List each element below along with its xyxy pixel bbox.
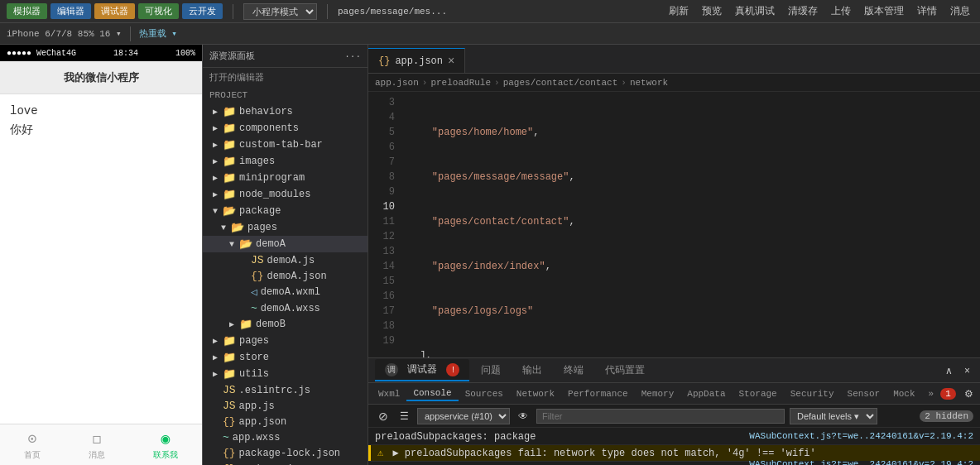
second-toolbar: iPhone 6/7/8 85% 16 ▾ 热重载 ▾ — [0, 23, 980, 45]
code-line-3: "pages/home/home", — [408, 125, 980, 140]
console-clear-btn[interactable]: ⊘ — [375, 408, 392, 424]
arrow-package: ▼ — [213, 207, 221, 216]
tree-item-appwxss[interactable]: ▶ ~ app.wxss — [203, 429, 368, 445]
arrow-utils: ▶ — [213, 369, 221, 379]
tree-item-utils[interactable]: ▶ 📁 utils — [203, 366, 368, 382]
tab-performance[interactable]: Performance — [561, 387, 635, 400]
tree-item-components[interactable]: ▶ 📁 components — [203, 120, 368, 137]
tree-label-eslintrc: .eslintrc.js — [239, 385, 310, 396]
tree-item-pages-sub[interactable]: ▼ 📂 pages — [203, 219, 368, 236]
tree-label-pages-root: pages — [239, 335, 269, 347]
tree-item-pkgjson[interactable]: ▶ {} package.json — [203, 461, 368, 465]
tree-item-demoB[interactable]: ▶ 📁 demoB — [203, 316, 368, 333]
console-warn-link-0[interactable]: WASubContext.js?t=we..24240161&v=2.19.4:… — [749, 459, 973, 465]
appservice-select[interactable]: appservice (#10) — [417, 408, 510, 424]
log-level-select[interactable]: Default levels ▾ — [790, 408, 877, 424]
console-filter-input[interactable] — [536, 409, 785, 424]
tab-memory[interactable]: Memory — [635, 387, 681, 400]
debugger-btn[interactable]: 调试器 — [94, 3, 135, 19]
devtools-tab-code[interactable]: 代码置置 — [595, 360, 655, 381]
tab-appjson[interactable]: {} app.json × — [368, 48, 465, 73]
tree-item-eslintrc[interactable]: ▶ JS .eslintrc.js — [203, 382, 368, 398]
tree-item-behaviors[interactable]: ▶ 📁 behaviors — [203, 103, 368, 120]
tab-label-appjson: app.json — [395, 55, 443, 67]
visual-btn[interactable]: 可视化 — [138, 3, 179, 19]
version-btn[interactable]: 版本管理 — [861, 2, 907, 20]
tree-item-pages-root[interactable]: ▶ 📁 pages — [203, 333, 368, 349]
file-tree-more[interactable]: ··· — [344, 51, 361, 61]
tree-item-demoAwxss[interactable]: ▶ ~ demoA.wxss — [203, 300, 368, 316]
settings-btn[interactable]: ⚙ — [961, 386, 977, 401]
tree-item-store[interactable]: ▶ 📁 store — [203, 349, 368, 366]
refresh-btn[interactable]: 刷新 — [665, 2, 692, 20]
tree-item-demoA[interactable]: ▼ 📂 demoA — [203, 236, 368, 252]
devtools-tab-terminal[interactable]: 终端 — [554, 360, 593, 381]
nav-item-message[interactable]: ◻ 消息 — [89, 429, 105, 461]
devtools-close-btn[interactable]: × — [961, 363, 973, 378]
phone-nav-title: 我的微信小程序 — [64, 70, 139, 85]
nav-item-home[interactable]: ⊙ 首页 — [24, 429, 41, 461]
upload-btn[interactable]: 上传 — [828, 2, 854, 20]
editor-btn[interactable]: 编辑器 — [50, 3, 91, 19]
folder-icon-pages-sub: 📂 — [231, 221, 244, 234]
phone-msg-2: 你好 — [10, 122, 192, 137]
breadcrumb-sep-2: › — [621, 78, 627, 88]
eye-btn[interactable]: 👁 — [515, 409, 531, 424]
linenum-13: 13 — [368, 244, 401, 259]
code-area[interactable]: 3 4 5 6 7 8 9 10 11 12 13 14 15 16 17 18 — [368, 92, 980, 357]
nav-item-contact[interactable]: ◉ 联系我 — [153, 429, 178, 461]
devtools-tab-issues[interactable]: 问题 — [471, 360, 511, 381]
js-icon-appjs: JS — [223, 400, 236, 412]
tree-label-package: package — [239, 205, 281, 217]
tab-appdata[interactable]: AppData — [680, 387, 732, 400]
devtools-tab-console[interactable]: 调 调试器 ! — [375, 359, 469, 382]
tree-item-custom-tab-bar[interactable]: ▶ 📁 custom-tab-bar — [203, 137, 368, 153]
arrow-images: ▶ — [213, 156, 221, 166]
breadcrumb-sep-0: › — [422, 78, 428, 88]
cloud-btn[interactable]: 云开发 — [182, 3, 223, 19]
tree-item-miniprogram[interactable]: ▶ 📁 miniprogram — [203, 170, 368, 186]
devtools-collapse-btn[interactable]: ∧ — [942, 363, 956, 378]
tree-item-demoAjson[interactable]: ▶ {} demoA.json — [203, 268, 368, 284]
tab-wxml[interactable]: Wxml — [372, 387, 406, 400]
arrow-demoB: ▶ — [229, 319, 238, 329]
message-btn[interactable]: 消息 — [947, 2, 973, 20]
tab-sources[interactable]: Sources — [459, 387, 510, 400]
tab-console[interactable]: Console — [406, 386, 458, 401]
tree-label-store: store — [239, 352, 269, 363]
detail-btn[interactable]: 详情 — [914, 2, 940, 20]
preview-btn[interactable]: 预览 — [699, 2, 725, 20]
tree-item-appjs[interactable]: ▶ JS app.js — [203, 398, 368, 414]
linenum-16: 16 — [368, 289, 401, 304]
battery-label: 100% — [175, 49, 195, 58]
tree-item-appjson[interactable]: ▶ {} app.json — [203, 414, 368, 429]
hot-reload-btn[interactable]: 热重载 ▾ — [139, 27, 177, 40]
tree-item-demoAjs[interactable]: ▶ JS demoA.js — [203, 252, 368, 268]
console-toolbar: ⊘ ☰ appservice (#10) 👁 Default levels ▾ … — [368, 405, 980, 428]
tab-close-appjson[interactable]: × — [448, 55, 454, 68]
tree-item-node-modules[interactable]: ▶ 📁 node_modules — [203, 186, 368, 203]
devtools-tab-output[interactable]: 输出 — [512, 360, 552, 381]
tab-storage[interactable]: Storage — [733, 387, 784, 400]
simulator-btn[interactable]: 模拟器 — [7, 3, 47, 19]
tab-mock[interactable]: Mock — [886, 387, 921, 400]
tab-sensor[interactable]: Sensor — [841, 387, 887, 400]
console-log-link-0[interactable]: WASubContext.js?t=we..24240161&v=2.19.4:… — [749, 431, 973, 441]
mode-select[interactable]: 小程序模式 — [243, 3, 317, 20]
console-preserve-btn[interactable]: ☰ — [396, 409, 412, 424]
message-icon: ◻ — [93, 429, 102, 448]
project-section[interactable]: PROJECT — [203, 87, 368, 103]
open-editors-section[interactable]: 打开的编辑器 — [203, 68, 368, 87]
console-warn-text-0: ▶ preloadSubpackages fail: network type … — [392, 448, 815, 459]
tab-security[interactable]: Security — [784, 387, 841, 400]
tree-item-demoAwxml[interactable]: ▶ ◁ demoA.wxml — [203, 284, 368, 300]
tree-item-images[interactable]: ▶ 📁 images — [203, 153, 368, 170]
devtools-controls: ∧ × — [942, 363, 973, 378]
clear-cache-btn[interactable]: 清缓存 — [785, 2, 821, 20]
tab-network[interactable]: Network — [510, 387, 561, 400]
device-debug-btn[interactable]: 真机调试 — [732, 2, 778, 20]
tree-item-pkg-lock[interactable]: ▶ {} package-lock.json — [203, 445, 368, 461]
tab-more[interactable]: » — [922, 387, 941, 400]
tree-item-package[interactable]: ▼ 📂 package — [203, 203, 368, 219]
wxss-icon-appwxss: ~ — [223, 431, 229, 443]
